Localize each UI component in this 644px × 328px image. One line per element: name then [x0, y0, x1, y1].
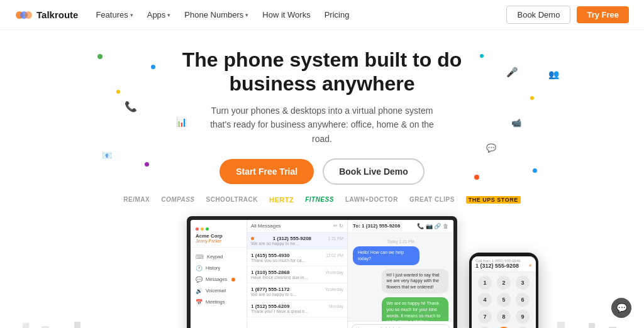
chevron-down-icon: ▾: [167, 12, 170, 18]
hero-content: The phone system built to do business an…: [0, 30, 644, 214]
hero-buttons: Start Free Trial Book Live Demo: [13, 158, 631, 185]
laptop-screen: Acme Corp Jenny Parker ⌨ Keypad 🕐 Histor…: [191, 220, 453, 328]
chat-bubble-sent-2: We are so happy hi! Thank you so much fo…: [382, 297, 448, 321]
keypad-9[interactable]: 9: [516, 310, 530, 324]
chevron-down-icon: ▾: [130, 12, 133, 18]
keypad-1[interactable]: 1: [478, 276, 492, 290]
keypad-5[interactable]: 5: [497, 293, 511, 307]
svg-rect-18: [557, 322, 565, 328]
messages-badge: [231, 278, 235, 282]
phone-top-bar: Call from 1 (800) 555-0046 1 (312) 555-9…: [472, 256, 536, 272]
keypad-4[interactable]: 4: [478, 293, 492, 307]
sidebar-nav: ⌨ Keypad 🕐 History 💬 Messages: [191, 251, 247, 308]
nav-apps[interactable]: Apps ▾: [147, 10, 171, 19]
message-item-4[interactable]: 1 (877) 555-1172 Yesterday We are so hap…: [247, 283, 347, 300]
start-free-trial-button[interactable]: Start Free Trial: [219, 159, 314, 184]
chat-action-icons: 📞 📷 🔗 🗑: [417, 223, 448, 229]
nav-phone-numbers[interactable]: Phone Numbers ▾: [184, 10, 248, 19]
app-sidebar-header: Acme Corp Jenny Parker: [191, 225, 247, 248]
phone-screen: Call from 1 (800) 555-0046 1 (312) 555-9…: [472, 256, 536, 328]
brand-logos: RE/MAX COMPASS SCHOOLTRACK Hertz FITNESS…: [13, 196, 631, 204]
keypad-6[interactable]: 6: [516, 293, 530, 307]
keypad-7[interactable]: 7: [478, 310, 492, 324]
laptop-mockup: Acme Corp Jenny Parker ⌨ Keypad 🕐 Histor…: [187, 216, 457, 328]
message-item-2[interactable]: 1 (415) 555-4930 12:02 PM Thank you so m…: [247, 249, 347, 266]
messages-panel: All Messages ✏ ↻ 1 (312) 555-9208 1:21 P…: [247, 220, 348, 328]
nav-links: Features ▾ Apps ▾ Phone Numbers ▾ How it…: [96, 10, 349, 19]
book-demo-button[interactable]: Book Demo: [506, 6, 570, 24]
meetings-icon: 📅: [196, 299, 203, 305]
nav-left: Talkroute Features ▾ Apps ▾ Phone Number…: [15, 9, 349, 21]
app-sidebar: Acme Corp Jenny Parker ⌨ Keypad 🕐 Histor…: [191, 220, 247, 328]
navbar: Talkroute Features ▾ Apps ▾ Phone Number…: [0, 0, 644, 30]
chat-input[interactable]: Have a wonderful day!: [352, 324, 450, 328]
sidebar-item-messages[interactable]: 💬 Messages: [191, 274, 247, 285]
try-free-button[interactable]: Try Free: [577, 6, 629, 23]
nav-how-it-works[interactable]: How it Works: [262, 10, 310, 19]
brand-ups-store: The UPS Store: [466, 196, 521, 204]
brand-compass: COMPASS: [161, 196, 194, 203]
chat-input-area: Have a wonderful day!: [348, 321, 453, 328]
chat-widget[interactable]: 💬: [611, 298, 631, 318]
app-company-name: Acme Corp: [196, 233, 242, 239]
keypad-3[interactable]: 3: [516, 276, 530, 290]
keypad-icon: ⌨: [196, 254, 204, 260]
svg-rect-10: [74, 322, 80, 328]
phone-outer: Call from 1 (800) 555-0046 1 (312) 555-9…: [469, 253, 538, 328]
messages-icon: 💬: [196, 276, 203, 283]
sidebar-item-history[interactable]: 🕐 History: [191, 263, 247, 274]
nav-features[interactable]: Features ▾: [96, 10, 133, 19]
app-user-name: Jenny Parker: [196, 239, 242, 243]
logo-text: Talkroute: [36, 9, 78, 20]
unread-dot: [251, 237, 254, 240]
brand-fitness: FITNESS: [305, 196, 334, 203]
svg-rect-21: [589, 323, 595, 328]
svg-rect-5: [23, 323, 29, 328]
chat-header: To: 1 (312) 555-9208 📞 📷 🔗 🗑: [348, 220, 453, 233]
brand-remax: RE/MAX: [123, 196, 150, 203]
keypad-row-3: 7 8 9: [475, 310, 532, 324]
hero-subtext: Turn your phones & desktops into a virtu…: [203, 104, 441, 146]
hero-section: 📞 📊 📧 🎤 👥 📹 💬 The phone system built to …: [0, 30, 644, 328]
message-item-5[interactable]: 1 (512) 555-6209 Monday Thank you! I hav…: [247, 300, 347, 317]
message-item-3[interactable]: 1 (310) 555-2868 Yesterday Have those cl…: [247, 266, 347, 283]
brand-great-clips: Great Clips: [409, 196, 455, 203]
nav-pricing[interactable]: Pricing: [325, 10, 350, 19]
messages-filter-label: All Messages: [251, 223, 281, 229]
mockup-area: Acme Corp Jenny Parker ⌨ Keypad 🕐 Histor…: [0, 216, 644, 328]
voicemail-icon: 🔊: [196, 288, 203, 294]
phone-mockup: Call from 1 (800) 555-0046 1 (312) 555-9…: [469, 253, 538, 328]
sidebar-item-meetings[interactable]: 📅 Meetings: [191, 297, 247, 308]
book-live-demo-button[interactable]: Book Live Demo: [323, 158, 425, 185]
chat-bubble-received-1: Hello! How can we help today?: [353, 246, 419, 265]
laptop-screen-outer: Acme Corp Jenny Parker ⌨ Keypad 🕐 Histor…: [187, 216, 457, 328]
chevron-down-icon: ▾: [245, 12, 248, 18]
chat-recipient: To: 1 (312) 555-9208: [353, 223, 400, 229]
phone-keypad: 1 2 3 4 5 6 7 8 9: [472, 272, 536, 328]
history-icon: 🕐: [196, 265, 203, 271]
message-item-1[interactable]: 1 (312) 555-9208 1:21 PM We are so happy…: [247, 232, 347, 249]
chat-bubble-sent-1: Hi! I just wanted to say that we are ver…: [382, 269, 448, 293]
chat-day-divider: Today 1:21 PM: [353, 239, 448, 244]
keypad-2[interactable]: 2: [497, 276, 511, 290]
keypad-8[interactable]: 8: [497, 310, 511, 324]
sidebar-item-voicemail[interactable]: 🔊 Voicemail: [191, 285, 247, 297]
chat-widget-icon: 💬: [616, 303, 627, 313]
keypad-row-2: 4 5 6: [475, 293, 532, 307]
sidebar-item-keypad[interactable]: ⌨ Keypad: [191, 251, 247, 263]
brand-lawn-doctor: LAWN+DOCTOR: [345, 196, 398, 203]
svg-point-2: [25, 11, 32, 19]
chat-messages: Today 1:21 PM Hello! How can we help tod…: [348, 233, 453, 321]
messages-header: All Messages ✏ ↻: [247, 220, 347, 232]
hero-headline: The phone system built to do business an…: [13, 48, 631, 96]
brand-schooltrack: SCHOOLTRACK: [206, 196, 258, 203]
brand-hertz: Hertz: [269, 196, 294, 204]
nav-right: Book Demo Try Free: [506, 6, 629, 24]
messages-actions: ✏ ↻: [333, 223, 343, 229]
keypad-row-1: 1 2 3: [475, 276, 532, 290]
logo[interactable]: Talkroute: [15, 9, 78, 21]
chat-panel: To: 1 (312) 555-9208 📞 📷 🔗 🗑 Today 1:21 …: [348, 220, 453, 328]
phone-number: 1 (312) 555-9208: [475, 263, 519, 269]
